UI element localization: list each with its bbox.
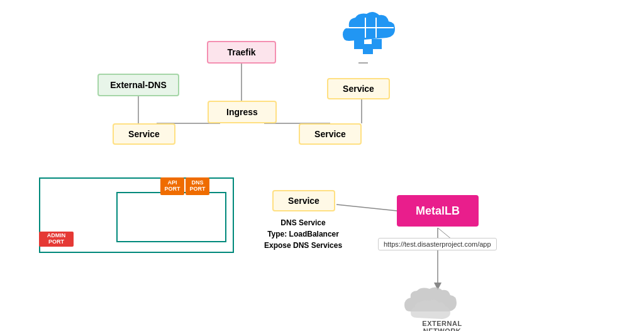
service-topright-node: Service [299, 123, 362, 145]
external-network-label: EXTERNAL NETWORK [404, 320, 480, 331]
url-badge: https://test.disasterproject.com/app [378, 238, 497, 250]
ingress-node: Ingress [208, 101, 277, 123]
dns-port-badge: DNS PORT [186, 177, 209, 195]
cloud-icon-blue [336, 6, 399, 65]
external-dns-node: External-DNS [97, 74, 179, 96]
svg-rect-13 [372, 39, 382, 49]
diagram-container: API PORT DNS PORT ADMIN PORT Traefik Ext… [0, 0, 644, 331]
external-network-cloud [401, 286, 470, 323]
admin-port-badge: ADMIN PORT [39, 232, 74, 247]
svg-rect-14 [363, 44, 373, 54]
service-dns-node: Service [272, 190, 335, 211]
dns-info: DNS Service Type: LoadBalancer Expose DN… [264, 217, 342, 251]
service-top2-node: Service [327, 78, 390, 99]
svg-rect-12 [354, 39, 364, 49]
api-port-badge: API PORT [160, 177, 184, 195]
metallb-node: MetalLB [397, 195, 479, 227]
traefik-node: Traefik [207, 41, 276, 64]
service-topleft-node: Service [113, 123, 175, 145]
svg-line-7 [336, 205, 397, 211]
connection-lines [0, 0, 644, 331]
traefik-inner-box [116, 192, 226, 242]
